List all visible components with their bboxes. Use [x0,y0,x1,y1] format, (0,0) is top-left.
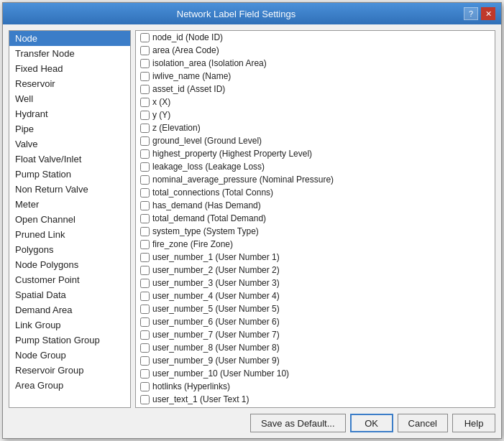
checkbox-isolation_area[interactable] [140,59,150,68]
help-button[interactable]: Help [452,414,495,432]
checkbox-user_number_10[interactable] [140,369,150,379]
checkbox-label-user_number_6: user_number_6 (User Number 6) [152,317,280,327]
close-title-button[interactable]: ✕ [481,7,495,20]
checkbox-item-area: area (Area Code) [136,44,495,57]
left-panel-item-node-group[interactable]: Node Group [9,348,130,363]
checkbox-item-y: y (Y) [136,108,495,121]
checkbox-asset_id[interactable] [140,85,150,94]
checkbox-user_number_4[interactable] [140,292,150,301]
checkbox-label-user_number_3: user_number_3 (User Number 3) [152,278,280,288]
left-panel-item-area-group[interactable]: Area Group [9,378,130,393]
checkbox-item-user_number_5: user_number_5 (User Number 5) [136,302,495,315]
left-panel-item-node-polygons[interactable]: Node Polygons [9,257,130,272]
checkbox-user_text_1[interactable] [140,395,150,404]
checkbox-item-isolation_area: isolation_area (Isolation Area) [136,57,495,70]
ok-button[interactable]: OK [350,414,393,432]
checkbox-highest_property[interactable] [140,149,150,159]
left-panel-item-node[interactable]: Node [9,31,130,46]
checkbox-system_type[interactable] [140,227,150,236]
checkbox-fire_zone[interactable] [140,240,150,249]
checkbox-leakage_loss[interactable] [140,162,150,172]
left-panel-item-reservoir-group[interactable]: Reservoir Group [9,363,130,378]
checkbox-hotlinks[interactable] [140,382,150,391]
checkbox-item-fire_zone: fire_zone (Fire Zone) [136,238,495,251]
checkbox-item-leakage_loss: leakage_loss (Leakage Loss) [136,160,495,173]
checkbox-label-hotlinks: hotlinks (Hyperlinks) [152,381,230,391]
checkbox-label-total_connections: total_connections (Total Conns) [152,187,273,198]
checkbox-total_connections[interactable] [140,188,150,198]
help-title-button[interactable]: ? [464,7,478,20]
checkbox-item-has_demand: has_demand (Has Demand) [136,199,495,212]
checkbox-label-ground_level: ground_level (Ground Level) [152,136,262,146]
checkbox-nominal_average_pressure[interactable] [140,175,150,185]
checkbox-item-user_number_6: user_number_6 (User Number 6) [136,315,495,328]
checkbox-user_number_9[interactable] [140,356,150,366]
left-panel-item-pump-station-group[interactable]: Pump Station Group [9,333,130,348]
checkbox-user_number_8[interactable] [140,343,150,353]
checkbox-user_number_6[interactable] [140,317,150,327]
checkbox-item-total_demand: total_demand (Total Demand) [136,212,495,225]
checkbox-item-node_id: node_id (Node ID) [136,31,495,44]
checkbox-label-leakage_loss: leakage_loss (Leakage Loss) [152,162,265,172]
checkbox-label-highest_property: highest_property (Highest Property Level… [152,149,312,159]
checkbox-item-total_connections: total_connections (Total Conns) [136,186,495,199]
cancel-button[interactable]: Cancel [398,414,448,432]
checkbox-label-user_number_5: user_number_5 (User Number 5) [152,304,280,314]
left-panel-item-float-valve-inlet[interactable]: Float Valve/Inlet [9,152,130,167]
checkbox-z[interactable] [140,124,150,133]
left-panel-item-fixed-head[interactable]: Fixed Head [9,61,130,76]
checkbox-user_number_7[interactable] [140,330,150,340]
left-panel-item-pump-station[interactable]: Pump Station [9,167,130,182]
left-panel-item-meter[interactable]: Meter [9,197,130,212]
checkbox-y[interactable] [140,111,150,120]
left-panel-item-open-channel[interactable]: Open Channel [9,212,130,227]
checkbox-user_number_2[interactable] [140,266,150,275]
left-panel-item-valve[interactable]: Valve [9,136,130,152]
checkbox-item-user_text_1: user_text_1 (User Text 1) [136,393,495,406]
checkbox-iwlive_name[interactable] [140,72,150,81]
left-panel-item-link-group[interactable]: Link Group [9,317,130,333]
checkbox-label-user_number_8: user_number_8 (User Number 8) [152,343,280,353]
left-panel-item-polygons[interactable]: Polygons [9,242,130,257]
checkbox-node_id[interactable] [140,33,150,42]
checkbox-item-user_number_9: user_number_9 (User Number 9) [136,354,495,367]
left-panel-item-well[interactable]: Well [9,91,130,106]
checkbox-item-user_number_1: user_number_1 (User Number 1) [136,251,495,264]
checkbox-label-x: x (X) [152,97,170,107]
checkbox-label-user_number_4: user_number_4 (User Number 4) [152,291,280,301]
checkbox-item-iwlive_name: iwlive_name (Name) [136,70,495,83]
left-panel-item-customer-point[interactable]: Customer Point [9,272,130,287]
left-panel[interactable]: NodeTransfer NodeFixed HeadReservoirWell… [9,30,131,408]
checkbox-x[interactable] [140,98,150,107]
left-panel-item-hydrant[interactable]: Hydrant [9,106,130,121]
checkbox-item-ground_level: ground_level (Ground Level) [136,134,495,147]
checkbox-user_number_1[interactable] [140,253,150,262]
left-panel-item-transfer-node[interactable]: Transfer Node [9,46,130,61]
checkbox-label-user_number_2: user_number_2 (User Number 2) [152,265,280,275]
checkbox-area[interactable] [140,46,150,55]
right-panel[interactable]: node_id (Node ID)area (Area Code)isolati… [135,30,495,408]
checkbox-label-user_number_9: user_number_9 (User Number 9) [152,356,280,366]
checkbox-has_demand[interactable] [140,201,150,210]
checkbox-ground_level[interactable] [140,136,150,146]
left-panel-item-pipe[interactable]: Pipe [9,121,130,136]
left-panel-item-reservoir[interactable]: Reservoir [9,76,130,91]
left-panel-item-demand-area[interactable]: Demand Area [9,302,130,317]
checkbox-item-user_number_4: user_number_4 (User Number 4) [136,289,495,302]
checkbox-item-z: z (Elevation) [136,121,495,134]
checkbox-item-highest_property: highest_property (Highest Property Level… [136,147,495,160]
title-bar-buttons: ? ✕ [464,7,495,20]
save-default-button[interactable]: Save as Default... [250,414,346,432]
left-panel-item-pruned-link[interactable]: Pruned Link [9,227,130,242]
checkbox-label-nominal_average_pressure: nominal_average_pressure (Nominal Pressu… [152,175,334,185]
checkbox-total_demand[interactable] [140,214,150,223]
left-panel-item-spatial-data[interactable]: Spatial Data [9,287,130,302]
left-panel-item-non-return-valve[interactable]: Non Return Valve [9,182,130,197]
checkbox-label-asset_id: asset_id (Asset ID) [152,84,225,94]
checkbox-item-user_number_8: user_number_8 (User Number 8) [136,341,495,354]
checkbox-user_number_5[interactable] [140,305,150,314]
checkbox-item-user_number_3: user_number_3 (User Number 3) [136,277,495,289]
checkbox-label-area: area (Area Code) [152,45,219,55]
checkbox-label-system_type: system_type (System Type) [152,226,259,236]
checkbox-user_number_3[interactable] [140,279,150,288]
